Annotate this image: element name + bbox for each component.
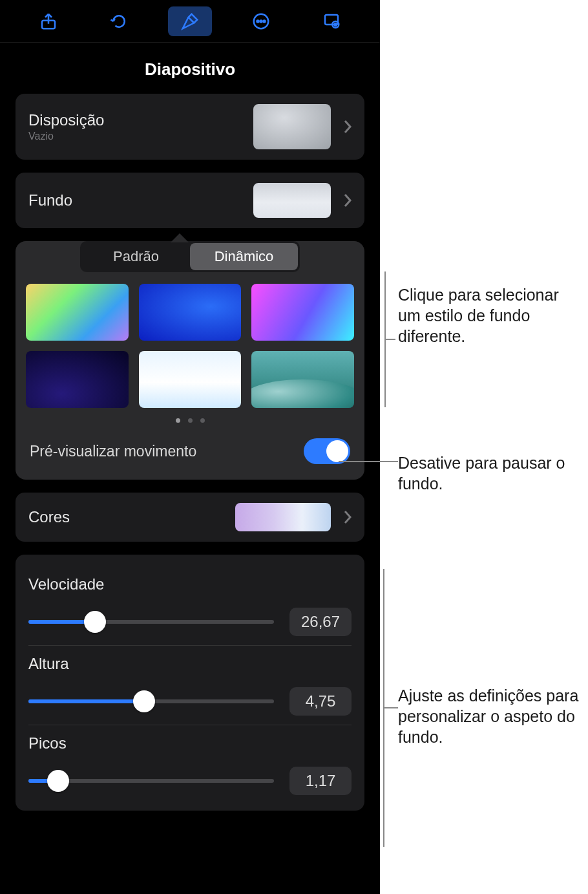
- altura-slider[interactable]: [28, 699, 274, 703]
- format-icon[interactable]: [168, 6, 212, 36]
- layout-label: Disposição: [28, 111, 253, 129]
- svg-point-7: [335, 23, 337, 26]
- bg-style-magenta-cyan[interactable]: [251, 284, 354, 341]
- bg-style-rainbow[interactable]: [26, 284, 129, 341]
- slider-label: Velocidade: [28, 575, 352, 593]
- sliders-section: Velocidade 26,67 Altura 4,75 Picos: [16, 555, 364, 811]
- slider-picos: Picos 1,17: [28, 725, 352, 804]
- svg-point-4: [263, 20, 265, 22]
- callout-bracket: [368, 569, 401, 853]
- slider-handle[interactable]: [84, 611, 106, 633]
- layout-section: Disposição Vazio: [16, 94, 364, 160]
- slider-handle[interactable]: [47, 770, 69, 792]
- layout-sublabel: Vazio: [28, 131, 253, 142]
- slider-label: Picos: [28, 734, 352, 752]
- velocidade-slider[interactable]: [28, 620, 274, 624]
- layout-thumbnail: [253, 104, 331, 149]
- altura-value[interactable]: 4,75: [289, 687, 352, 716]
- switch-knob: [326, 440, 348, 462]
- svg-point-3: [260, 20, 262, 22]
- background-style-grid: [26, 284, 354, 408]
- cores-section: Cores: [16, 493, 364, 542]
- cores-label: Cores: [28, 508, 235, 526]
- page-indicator[interactable]: [26, 418, 354, 423]
- style-segmented-control[interactable]: Padrão Dinâmico: [80, 241, 300, 272]
- undo-icon[interactable]: [97, 6, 141, 36]
- more-icon[interactable]: [239, 6, 283, 36]
- chevron-right-icon: [344, 510, 352, 524]
- page-dot: [200, 418, 205, 423]
- bg-style-teal-hills[interactable]: [251, 351, 354, 408]
- callout-sliders: Ajuste as definições para personalizar o…: [398, 685, 585, 747]
- slider-velocidade: Velocidade 26,67: [28, 566, 352, 645]
- picos-slider[interactable]: [28, 779, 274, 783]
- bg-style-white-cloud[interactable]: [139, 351, 242, 408]
- cores-row[interactable]: Cores: [16, 493, 364, 542]
- share-icon[interactable]: [26, 6, 70, 36]
- fundo-thumbnail: [253, 183, 331, 218]
- chevron-right-icon: [344, 193, 352, 208]
- cores-swatch: [235, 503, 331, 531]
- tab-dinamico[interactable]: Dinâmico: [190, 243, 298, 270]
- presenter-icon[interactable]: [310, 6, 353, 36]
- preview-motion-row: Pré-visualizar movimento: [26, 434, 354, 467]
- page-title: Diapositivo: [0, 43, 380, 94]
- svg-point-2: [257, 20, 258, 22]
- page-dot: [188, 418, 193, 423]
- fundo-section: Fundo: [16, 173, 364, 228]
- slider-altura: Altura 4,75: [28, 645, 352, 725]
- callout-switch: Desative para pausar o fundo.: [398, 452, 579, 494]
- fundo-row[interactable]: Fundo: [16, 173, 364, 228]
- bg-style-deep-blue[interactable]: [139, 284, 242, 341]
- toolbar: [0, 0, 380, 43]
- popover-arrow: [171, 233, 189, 242]
- chevron-right-icon: [344, 120, 352, 134]
- picos-value[interactable]: 1,17: [289, 767, 352, 795]
- tab-padrao[interactable]: Padrão: [82, 243, 190, 270]
- layout-row[interactable]: Disposição Vazio: [16, 94, 364, 160]
- slider-label: Altura: [28, 655, 352, 673]
- callout-bracket: [353, 271, 398, 420]
- preview-motion-label: Pré-visualizar movimento: [30, 443, 304, 460]
- bg-style-nebula[interactable]: [26, 351, 129, 408]
- callout-styles: Clique para selecionar um estilo de fund…: [398, 284, 579, 346]
- fundo-popover: Padrão Dinâmico Pré-visualizar movimento: [16, 241, 364, 480]
- slider-handle[interactable]: [133, 690, 155, 712]
- callout-line: [339, 460, 398, 463]
- fundo-label: Fundo: [28, 191, 253, 209]
- inspector-panel: Diapositivo Disposição Vazio Fundo: [0, 0, 380, 894]
- page-dot: [176, 418, 180, 423]
- velocidade-value[interactable]: 26,67: [289, 608, 352, 636]
